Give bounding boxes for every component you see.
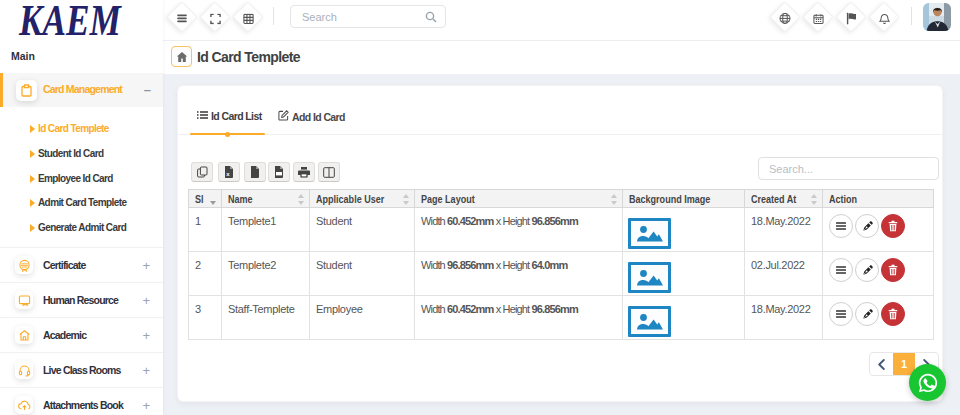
svg-text:KAEM: KAEM xyxy=(18,0,122,42)
